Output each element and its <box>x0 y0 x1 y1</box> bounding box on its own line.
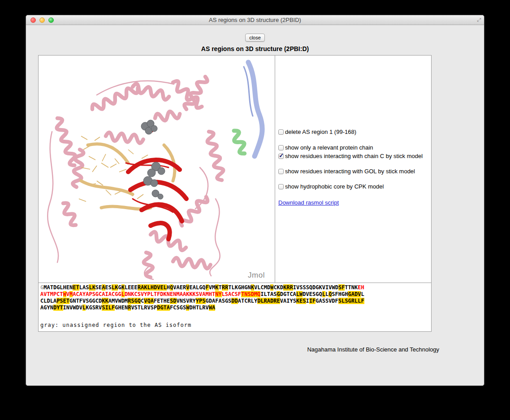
checkbox-unchecked[interactable] <box>278 169 284 174</box>
sequence-segment: AMVWDM <box>108 298 128 304</box>
sequence-segment: CKD <box>273 284 283 291</box>
sequence-segment: NY <box>215 291 221 297</box>
sequence-segment: DLRADRE <box>257 298 280 304</box>
sequence-segment: SD <box>170 298 176 304</box>
sequence-segment: GNTFVSGGCD <box>69 298 102 304</box>
sequence-line: CLDLAPSETGNTFVSGGCDKKAMVWDMRSGQCVQAFETHE… <box>40 298 431 304</box>
checkbox-row[interactable]: show residues interacting with chain C b… <box>278 153 427 159</box>
sequence-segment: L <box>121 291 125 297</box>
sequence-segment: DVESGQ <box>303 291 322 297</box>
sequence-segment: INVWDV <box>63 304 82 311</box>
sequence-segment: W <box>63 291 66 297</box>
checkbox-row[interactable]: show residues interacting with GOL by st… <box>278 168 427 175</box>
zoom-window-button[interactable] <box>48 17 54 23</box>
sequence-segment: FETHE <box>154 298 170 304</box>
sequence-segment: GDAFASGS <box>206 298 232 304</box>
sequence-segment: DGTCA <box>280 291 296 297</box>
sequence-segment: LEEE <box>125 284 138 291</box>
sequence-segment: EALGQ <box>189 284 205 291</box>
main-panel: Jmol delete AS region 1 (99-168)show onl… <box>38 55 432 283</box>
checkbox-unchecked[interactable] <box>278 184 284 189</box>
sequence-segment: DD <box>231 298 238 304</box>
traffic-lights <box>30 17 54 23</box>
sequence-segment: VLCMD <box>254 284 270 291</box>
checkbox-label: show only a relevant protein chain <box>285 144 373 151</box>
sequence-segment: SFHGH <box>332 291 348 297</box>
sequence-segment: IVSSSQDGKVIVWD <box>293 284 338 291</box>
sequence-line: AGYNDYTINVWDVLKGSRVSILFGHENRVSTLRVSPDGTA… <box>40 304 431 311</box>
sequence-segment: I <box>306 298 309 304</box>
sequence-segment: DGTA <box>157 304 170 311</box>
sequence-segment: KRR <box>283 284 293 291</box>
jmol-logo: Jmol <box>248 271 265 280</box>
checkbox-row[interactable]: delete AS region 1 (99-168) <box>278 129 427 135</box>
sequence-segment: K <box>251 284 254 291</box>
sequence-segment: ET <box>73 284 79 291</box>
window-title: AS regions on 3D structure (2PBID) <box>26 17 484 23</box>
sequence-segment: VNSVRY <box>177 298 196 304</box>
checkbox-label: show residues interacting with GOL by st… <box>285 168 415 175</box>
sequence-segment: ES <box>105 284 112 291</box>
sequence-segment: G <box>118 284 121 291</box>
resize-icon[interactable]: ⤢ <box>477 17 481 23</box>
sequence-segment: RR <box>222 284 228 291</box>
minimize-window-button[interactable] <box>39 17 45 23</box>
checkbox-unchecked[interactable] <box>278 129 284 135</box>
controls-panel: delete AS region 1 (99-168)show only a r… <box>275 56 431 283</box>
close-window-button[interactable] <box>30 17 36 23</box>
jmol-viewer[interactable]: Jmol <box>39 56 275 283</box>
sequence-segment: ACAYAPSGCAIACGG <box>73 291 121 297</box>
checkbox-checked[interactable] <box>278 154 284 159</box>
sequence-segment: SLSGRLLF <box>338 298 364 304</box>
sequence-segment: VM <box>209 284 215 291</box>
sequence-segment: TLKGHGN <box>228 284 251 291</box>
sequence-segment: SF <box>338 284 345 291</box>
sequence-segment: VSTLRVSP <box>131 304 157 311</box>
sequence-segment: TNSDMQ <box>241 291 260 297</box>
sequence-segment: F <box>206 284 209 291</box>
sequence-segment: VAIYS <box>280 298 296 304</box>
sequence-segment: K <box>215 284 218 291</box>
sequence-segment: EH <box>358 284 364 291</box>
footer-credit: Nagahama Institute of Bio-Science and Te… <box>307 346 439 353</box>
sequence-segment: GADV <box>348 291 361 297</box>
sequence-segment: H <box>167 284 170 291</box>
checkbox-label: show hydrophobic core by CPK model <box>285 183 384 190</box>
sequence-segment: WA <box>209 304 215 311</box>
sequence-segment: LK <box>112 284 118 291</box>
sequence-segment: T <box>219 284 222 291</box>
sequence-panel: GMATDGLHENETLASLKSEAESLKGKLEEERAKLHDVELH… <box>38 283 432 332</box>
checkbox-unchecked[interactable] <box>278 145 284 150</box>
sequence-segment: YPS <box>196 298 206 304</box>
sequence-segment: KGSRV <box>86 304 102 311</box>
sequence-line: AVTMPCTWVMACAYAPSGCAIACGGLDNKCSVYPLTFDKN… <box>40 291 431 298</box>
sequence-segment: K <box>121 284 125 291</box>
sequence-segment: KK <box>102 298 108 304</box>
sequence-segment: AGYN <box>40 304 53 311</box>
sequence-segment: DNKCSVYPLTFDKNENMAAKKKSVAMHT <box>125 291 215 297</box>
sequence-segment: A <box>102 284 105 291</box>
sequence-lines: GMATDGLHENETLASLKSEAESLKGKLEEERAKLHDVELH… <box>40 284 431 311</box>
sequence-segment: LSACSF <box>222 291 241 297</box>
sequence-segment: GASSVDF <box>316 298 338 304</box>
sequence-line: GMATDGLHENETLASLKSEAESLKGKLEEERAKLHDVELH… <box>40 284 431 291</box>
close-button[interactable]: close <box>245 34 265 42</box>
sequence-segment: AVTMPCT <box>40 291 63 297</box>
sequence-segment: PSET <box>56 298 69 304</box>
sequence-segment: RAKLHDVEL <box>138 284 167 291</box>
sequence-segment: LW <box>296 291 303 297</box>
title-bar[interactable]: AS regions on 3D structure (2PBID) ⤢ <box>26 15 484 25</box>
sequence-segment: MATDGLHEN <box>43 284 73 291</box>
sequence-segment: LAS <box>79 284 89 291</box>
sequence-segment: G <box>277 291 280 297</box>
sequence-segment: L <box>361 291 364 297</box>
sequence-segment: IF <box>309 298 316 304</box>
sequence-segment: ILF <box>105 304 115 311</box>
download-rasmol-link[interactable]: Download rasmol script <box>278 199 339 206</box>
sequence-segment: RSGQ <box>128 298 141 304</box>
checkbox-label: delete AS region 1 (99-168) <box>285 129 356 135</box>
protein-structure-rendering <box>39 56 275 283</box>
checkbox-row[interactable]: show hydrophobic core by CPK model <box>278 183 427 190</box>
checkbox-row[interactable]: show only a relevant protein chain <box>278 144 427 151</box>
sequence-segment: L <box>322 291 325 297</box>
